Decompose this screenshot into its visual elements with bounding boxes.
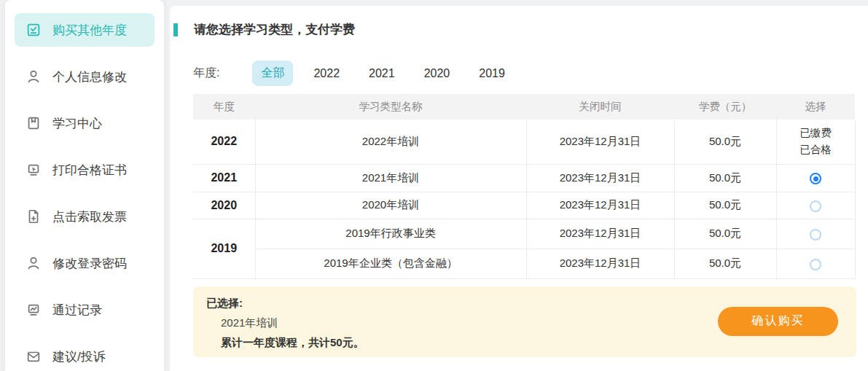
sidebar-item-label: 学习中心 <box>52 115 102 132</box>
main-panel: 请您选择学习类型，支付学费 年度: 全部 2022 2021 2020 2019… <box>170 6 868 371</box>
confirm-purchase-button[interactable]: 确认购买 <box>718 307 838 336</box>
sidebar-item-label: 打印合格证书 <box>52 162 127 179</box>
sidebar-item-label: 修改登录密码 <box>52 255 127 272</box>
check-square-icon <box>26 22 42 38</box>
close-time-cell: 2023年12月31日 <box>526 219 674 249</box>
year-filter-option-2022[interactable]: 2022 <box>313 67 340 80</box>
close-time-cell: 2023年12月31日 <box>526 249 674 278</box>
sidebar-item-label: 个人信息修改 <box>52 69 127 85</box>
year-filter-option-2021[interactable]: 2021 <box>369 67 395 80</box>
course-table: 年度 学习类型名称 关闭时间 学费（元） 选择 2022 2022年培训 202… <box>193 94 856 279</box>
table-header-row: 年度 学习类型名称 关闭时间 学费（元） 选择 <box>193 94 855 120</box>
close-time-cell: 2023年12月31日 <box>526 192 674 219</box>
column-header-select: 选择 <box>776 94 855 120</box>
year-filter-label: 年度: <box>193 66 219 81</box>
sidebar-item-personal-info[interactable]: 个人信息修改 <box>15 60 155 93</box>
select-cell <box>776 249 855 278</box>
status-cell: 已缴费 已合格 <box>776 120 855 164</box>
year-cell: 2020 <box>193 192 255 219</box>
radio-2020[interactable] <box>810 200 821 212</box>
course-name-cell: 2019年行政事业类 <box>255 219 526 249</box>
sidebar-item-pass-records[interactable]: 通过记录 <box>15 293 155 327</box>
monitor-chart-icon <box>26 302 42 318</box>
sidebar-item-buy-other-years[interactable]: 购买其他年度 <box>15 13 155 47</box>
course-name-cell: 2022年培训 <box>255 120 526 164</box>
close-time-cell: 2023年12月31日 <box>526 120 674 164</box>
total-price-text: 累计一年度课程，共计50元。 <box>221 336 856 350</box>
sidebar-item-change-password[interactable]: 修改登录密码 <box>15 246 155 280</box>
year-cell: 2021 <box>193 164 255 192</box>
radio-2019-enterprise[interactable] <box>810 259 821 270</box>
year-filter-option-all[interactable]: 全部 <box>252 60 293 86</box>
select-cell <box>776 219 855 249</box>
sidebar-item-label: 通过记录 <box>52 302 102 319</box>
status-paid-text: 已缴费 <box>778 125 854 141</box>
table-row-2021: 2021 2021年培训 2023年12月31日 50.0元 <box>193 164 855 192</box>
sidebar-item-learning-center[interactable]: 学习中心 <box>15 106 155 140</box>
status-qualified-text: 已合格 <box>778 141 854 158</box>
sidebar-item-label: 购买其他年度 <box>52 22 127 39</box>
column-header-close-time: 关闭时间 <box>526 94 674 120</box>
page-title: 请您选择学习类型，支付学费 <box>194 21 355 38</box>
column-header-course-name: 学习类型名称 <box>255 94 526 120</box>
sidebar-item-print-certificate[interactable]: 打印合格证书 <box>15 153 155 187</box>
table-row-2022: 2022 2022年培训 2023年12月31日 50.0元 已缴费 已合格 <box>193 120 855 164</box>
page: 购买其他年度 个人信息修改 学习中心 打印合格证书 点击索取发票 <box>0 0 868 371</box>
sidebar-item-label: 建议/投诉 <box>52 348 106 365</box>
fee-cell: 50.0元 <box>674 164 776 192</box>
table-row-2020: 2020 2020年培训 2023年12月31日 50.0元 <box>193 192 855 219</box>
user-icon <box>26 69 42 85</box>
year-filter-option-2019[interactable]: 2019 <box>479 67 505 80</box>
summary-box: 已选择: 2021年培训 累计一年度课程，共计50元。 确认购买 <box>193 286 856 357</box>
page-title-row: 请您选择学习类型，支付学费 <box>173 21 856 38</box>
fee-cell: 50.0元 <box>674 219 776 249</box>
sidebar-item-label: 点击索取发票 <box>52 208 127 225</box>
radio-2021-selected[interactable] <box>810 173 821 184</box>
year-filter: 年度: 全部 2022 2021 2020 2019 <box>193 60 856 86</box>
close-time-cell: 2023年12月31日 <box>526 164 674 192</box>
course-name-cell: 2020年培训 <box>255 192 526 219</box>
select-cell <box>776 192 855 219</box>
sidebar-item-suggestions[interactable]: 建议/投诉 <box>15 340 155 371</box>
year-cell: 2022 <box>193 120 255 164</box>
fee-cell: 50.0元 <box>674 192 776 219</box>
table-row-2019-enterprise: 2019年企业类（包含金融） 2023年12月31日 50.0元 <box>193 249 855 278</box>
radio-2019-admin[interactable] <box>810 229 821 241</box>
year-cell: 2019 <box>193 219 255 278</box>
column-header-year: 年度 <box>193 94 255 120</box>
sidebar: 购买其他年度 个人信息修改 学习中心 打印合格证书 点击索取发票 <box>5 0 164 371</box>
book-icon <box>26 115 42 131</box>
sidebar-item-request-invoice[interactable]: 点击索取发票 <box>15 200 155 233</box>
fee-cell: 50.0元 <box>674 120 776 164</box>
envelope-icon <box>26 348 42 364</box>
column-header-fee: 学费（元） <box>674 94 776 120</box>
course-name-cell: 2021年培训 <box>255 164 526 192</box>
title-accent-bar <box>173 23 178 36</box>
course-name-cell: 2019年企业类（包含金融） <box>255 249 526 278</box>
year-filter-option-2020[interactable]: 2020 <box>424 67 450 80</box>
select-cell <box>776 164 855 192</box>
user-icon <box>26 255 42 271</box>
fee-cell: 50.0元 <box>674 249 776 278</box>
file-plus-icon <box>26 208 42 224</box>
monitor-cursor-icon <box>26 162 42 178</box>
table-row-2019-admin: 2019 2019年行政事业类 2023年12月31日 50.0元 <box>193 219 855 249</box>
